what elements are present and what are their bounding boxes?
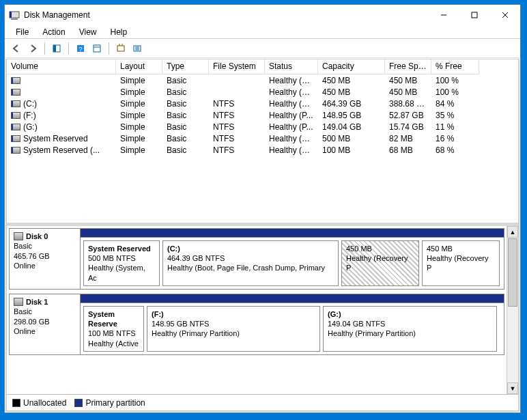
volume-status: Healthy (P... [265,110,318,121]
partition-status: Healthy (Primary Partition) [328,328,492,338]
volume-status: Healthy (S... [265,133,318,144]
disk-size: 465.76 GB [14,251,76,261]
titlebar[interactable]: Disk Management [5,5,520,25]
scroll-thumb[interactable] [508,238,517,307]
partition-size: 149.04 GB NTFS [328,319,492,328]
disk-status: Online [14,326,76,336]
help-button[interactable]: ? [73,41,88,56]
partition-size: 464.39 GB NTFS [167,253,334,263]
show-hide-console-tree-button[interactable] [49,41,64,56]
volume-row[interactable]: System ReservedSimpleBasicNTFSHealthy (S… [7,132,518,144]
volume-row[interactable]: (G:)SimpleBasicNTFSHealthy (P...149.04 G… [7,121,518,132]
maximize-button[interactable] [459,5,489,25]
volume-status: Healthy (R... [265,87,318,98]
col-status[interactable]: Status [265,59,318,74]
partition-box[interactable]: System Reserve100 MB NTFSHealthy (Active [83,306,144,352]
volume-status: Healthy (A... [265,145,318,156]
volume-percent-free: 100 % [431,87,479,98]
partition-status: Healthy (Recovery P [346,253,414,273]
col-volume[interactable]: Volume [7,59,116,74]
volume-name: (G:) [23,122,38,132]
col-layout[interactable]: Layout [116,59,162,74]
menu-action[interactable]: Action [35,26,72,38]
partition-title: System Reserved [88,244,151,253]
volume-row[interactable]: (F:)SimpleBasicNTFSHealthy (P...148.95 G… [7,109,518,121]
volume-percent-free: 68 % [431,145,479,156]
partition-icon [11,124,20,130]
scroll-up-button[interactable]: ▲ [507,226,518,238]
volume-filesystem: NTFS [209,133,265,144]
volume-row[interactable]: (C:)SimpleBasicNTFSHealthy (B...464.39 G… [7,98,518,109]
menu-file[interactable]: File [9,26,35,38]
volume-name: System Reserved [23,134,88,143]
legend-primary-partition: Primary partition [74,398,145,408]
volume-type: Basic [162,122,209,132]
partition-size: 500 MB NTFS [88,253,155,263]
disk-name: Disk 1 [26,298,48,306]
disk-row: Disk 0Basic465.76 GBOnlineSystem Reserve… [9,228,504,290]
menubar: File Action View Help [5,25,520,39]
app-icon [9,10,20,20]
volume-layout: Simple [116,110,162,121]
close-button[interactable] [489,5,520,25]
refresh-button[interactable] [113,41,128,56]
volume-layout: Simple [116,145,162,156]
svg-rect-2 [11,18,18,20]
volume-percent-free: 35 % [431,110,479,121]
volume-percent-free: 100 % [431,75,479,86]
col-percent-free[interactable]: % Free [431,59,479,74]
partition-title: (G:) [328,310,341,318]
partition-box[interactable]: 450 MBHealthy (Recovery P [341,240,419,286]
partition-icon [11,112,20,119]
back-button[interactable] [9,41,24,56]
volume-filesystem: NTFS [209,110,265,121]
col-free-space[interactable]: Free Spa... [385,59,431,74]
disk-icon [14,232,23,240]
forward-button[interactable] [25,41,40,56]
volume-percent-free: 16 % [431,133,479,144]
disk-label[interactable]: Disk 0Basic465.76 GBOnline [10,229,81,289]
volume-row[interactable]: SimpleBasicHealthy (R...450 MB450 MB100 … [7,74,518,86]
vertical-scrollbar[interactable]: ▲ ▼ [507,226,518,394]
volume-list: Volume Layout Type File System Status Ca… [7,59,518,226]
settings-button[interactable] [130,41,145,56]
partition-box[interactable]: (G:)149.04 GB NTFSHealthy (Primary Parti… [323,306,497,352]
volume-percent-free: 84 % [431,98,479,109]
volume-free: 82 MB [385,133,431,144]
menu-help[interactable]: Help [104,26,134,38]
partition-size: 450 MB [427,244,495,253]
volume-filesystem [209,80,265,81]
partition-size: 450 MB [346,244,414,253]
legend-unallocated: Unallocated [12,398,66,408]
partition-box[interactable]: (F:)148.95 GB NTFSHealthy (Primary Parti… [147,306,320,352]
partition-icon [11,135,20,142]
svg-text:?: ? [79,46,82,53]
scroll-down-button[interactable]: ▼ [507,382,518,394]
volume-row[interactable]: System Reserved (...SimpleBasicNTFSHealt… [7,144,518,156]
volume-status: Healthy (B... [265,98,318,109]
volume-capacity: 100 MB [318,145,385,156]
col-capacity[interactable]: Capacity [318,59,385,74]
volume-filesystem [209,92,265,93]
col-type[interactable]: Type [162,59,209,74]
partition-icon [11,89,20,96]
volume-type: Basic [162,98,209,109]
partition-size: 100 MB NTFS [88,328,139,338]
properties-button[interactable] [89,41,104,56]
disk-label[interactable]: Disk 1Basic298.09 GBOnline [10,294,81,354]
menu-view[interactable]: View [72,26,104,38]
volume-capacity: 500 MB [318,133,385,144]
partition-box[interactable]: 450 MBHealthy (Recovery P [422,240,500,286]
partition-icon [11,100,20,107]
volume-row[interactable]: SimpleBasicHealthy (R...450 MB450 MB100 … [7,86,518,98]
volume-name: (C:) [23,99,37,109]
partition-box[interactable]: (C:)464.39 GB NTFSHealthy (Boot, Page Fi… [162,240,339,286]
volume-layout: Simple [116,75,162,86]
col-filesystem[interactable]: File System [209,59,265,74]
volume-free: 68 MB [385,145,431,156]
volume-name: System Reserved (... [23,145,100,155]
disk-type: Basic [14,241,76,251]
volume-status: Healthy (R... [265,75,318,86]
partition-box[interactable]: System Reserved500 MB NTFSHealthy (Syste… [83,240,160,286]
minimize-button[interactable] [428,5,459,25]
